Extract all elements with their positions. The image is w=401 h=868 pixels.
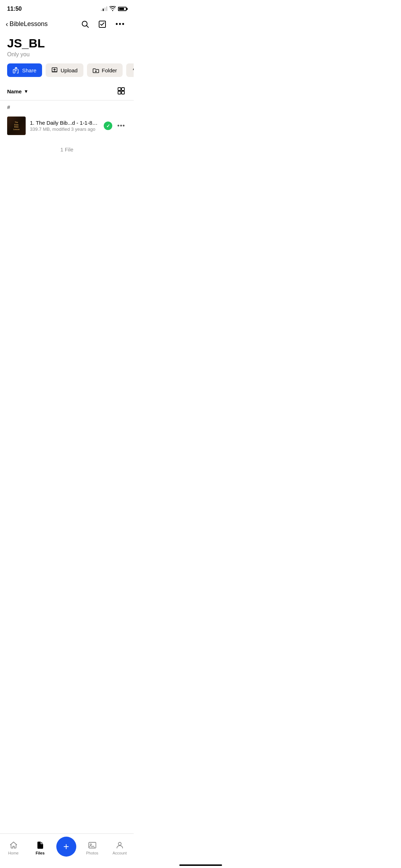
share-icon xyxy=(13,67,19,73)
file-count: 1 File xyxy=(0,139,134,160)
signal-bars-icon xyxy=(101,7,107,11)
offline-button[interactable]: Offl... xyxy=(126,63,134,77)
file-status: ✓ ••• xyxy=(104,121,127,131)
folder-subtitle: Only you xyxy=(7,51,127,58)
svg-rect-7 xyxy=(118,88,121,91)
file-more-button[interactable]: ••• xyxy=(116,121,127,131)
svg-rect-3 xyxy=(13,69,15,73)
file-list: TheDailyBibleLesson 1. The Daily Bib...d… xyxy=(0,112,134,139)
upload-label: Upload xyxy=(61,67,78,73)
battery-icon xyxy=(118,7,127,11)
search-button[interactable] xyxy=(80,19,91,30)
folder-header: JS_BL Only you xyxy=(0,34,134,63)
status-icons xyxy=(101,6,127,12)
sort-button[interactable]: Name ▼ xyxy=(7,88,29,94)
nav-bar: ‹ BibleLessons ••• xyxy=(0,16,134,34)
grid-view-button[interactable] xyxy=(116,86,127,97)
wifi-icon xyxy=(109,6,116,12)
thumbnail-text: TheDailyBibleLesson xyxy=(13,121,20,130)
share-label: Share xyxy=(22,67,36,73)
status-time: 11:50 xyxy=(7,6,22,12)
folder-name: JS_BL xyxy=(7,37,127,50)
file-meta: 339.7 MB, modified 3 years ago xyxy=(30,126,99,132)
status-bar: 11:50 xyxy=(0,0,134,16)
select-icon xyxy=(98,20,106,28)
nav-back-label: BibleLessons xyxy=(10,20,48,28)
svg-rect-10 xyxy=(122,91,124,94)
action-buttons: Share Upload Folder Offl... xyxy=(0,63,134,83)
sort-name: Name xyxy=(7,88,22,94)
chevron-down-icon: ▼ xyxy=(24,89,29,94)
file-name: 1. The Daily Bib...d - 1-1-89).mp4 xyxy=(30,120,99,126)
more-icon: ••• xyxy=(115,20,125,28)
svg-line-1 xyxy=(86,25,88,27)
share-button[interactable]: Share xyxy=(7,63,42,77)
folder-label: Folder xyxy=(102,67,117,73)
back-button[interactable]: ‹ BibleLessons xyxy=(6,20,48,28)
section-header: # xyxy=(0,100,134,112)
sync-status-icon: ✓ xyxy=(104,122,112,130)
folder-button[interactable]: Folder xyxy=(87,63,123,77)
offline-icon xyxy=(132,67,134,73)
folder-icon xyxy=(93,67,99,73)
chevron-left-icon: ‹ xyxy=(6,20,8,28)
file-thumbnail: TheDailyBibleLesson xyxy=(7,117,26,135)
upload-button[interactable]: Upload xyxy=(46,63,83,77)
select-button[interactable] xyxy=(97,19,108,30)
svg-rect-9 xyxy=(118,91,121,94)
file-info: 1. The Daily Bib...d - 1-1-89).mp4 339.7… xyxy=(30,120,99,132)
more-button[interactable]: ••• xyxy=(114,19,127,30)
nav-actions: ••• xyxy=(80,19,127,30)
search-icon xyxy=(81,20,89,28)
svg-rect-8 xyxy=(122,88,124,91)
sort-bar: Name ▼ xyxy=(0,83,134,100)
upload-icon xyxy=(51,67,58,73)
grid-icon xyxy=(117,87,125,95)
table-row[interactable]: TheDailyBibleLesson 1. The Daily Bib...d… xyxy=(7,112,127,139)
